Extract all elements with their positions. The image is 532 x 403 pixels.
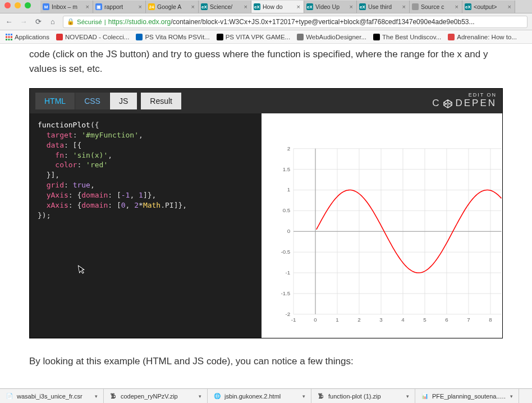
tab-label: Google A xyxy=(157,3,188,10)
address-bar[interactable]: 🔒 Sécurisé | https://studio.edx.org/cont… xyxy=(63,16,528,28)
svg-text:0: 0 xyxy=(314,317,317,323)
tab-close-icon[interactable]: × xyxy=(507,3,512,10)
close-window-icon[interactable] xyxy=(4,2,11,8)
svg-text:-1.5: -1.5 xyxy=(281,290,290,296)
codepen-tab-js[interactable]: JS xyxy=(110,93,137,109)
bookmark-item[interactable]: WebAudioDesigner... xyxy=(297,34,366,40)
browser-tab[interactable]: M Inbox – m × xyxy=(40,1,93,13)
browser-tab[interactable]: Source c × xyxy=(410,1,462,13)
svg-text:3: 3 xyxy=(379,317,382,323)
home-button[interactable]: ⌂ xyxy=(48,17,57,26)
browser-tab[interactable]: ▣ rapport × xyxy=(93,1,146,13)
tab-close-icon[interactable]: × xyxy=(348,3,354,10)
download-item[interactable]: 🗜 function-plot (1).zip ▾ xyxy=(311,389,415,403)
codepen-tabbar: HTML CSS JS Result EDIT ON C DEPEN xyxy=(30,89,502,113)
browser-tab[interactable]: 24 Google A × xyxy=(146,1,199,13)
svg-text:1: 1 xyxy=(287,186,290,193)
browser-tab[interactable]: eX How do × xyxy=(251,1,304,13)
browser-tab[interactable]: eX Use third × xyxy=(357,1,410,13)
file-icon: 📄 xyxy=(6,392,13,400)
svg-text:5: 5 xyxy=(423,317,426,323)
favicon-icon: eX xyxy=(465,3,471,10)
bookmarks-bar: ApplicationsNOVEDAD - Colecci...PS Vita … xyxy=(0,30,532,44)
chevron-down-icon[interactable]: ▾ xyxy=(406,393,409,399)
browser-tab-strip: M Inbox – m ×▣ rapport ×24 Google A ×eX … xyxy=(0,0,532,13)
lock-icon: 🔒 xyxy=(67,18,75,25)
bookmark-item[interactable]: PS Vita ROMs PSVit... xyxy=(136,34,209,40)
browser-tab[interactable]: eX <output> × xyxy=(462,1,515,13)
code-pane[interactable]: functionPlot({ target: '#myFunction', da… xyxy=(30,113,262,338)
svg-rect-3 xyxy=(6,36,7,38)
tab-close-icon[interactable]: × xyxy=(296,3,301,10)
url-text: https://studio.edx.org/container/block-v… xyxy=(108,18,475,26)
svg-text:7: 7 xyxy=(467,317,470,323)
favicon-icon: eX xyxy=(201,3,208,10)
tab-close-icon[interactable]: × xyxy=(243,3,249,10)
tab-close-icon[interactable]: × xyxy=(190,3,196,10)
svg-text:8: 8 xyxy=(489,317,492,323)
bookmark-item[interactable]: Applications xyxy=(6,34,49,40)
minimize-window-icon[interactable] xyxy=(15,2,21,8)
download-filename: jsbin.gukonex.2.html xyxy=(224,393,299,400)
browser-toolbar: ← → ⟳ ⌂ 🔒 Sécurisé | https://studio.edx.… xyxy=(0,13,532,30)
svg-rect-1 xyxy=(8,34,10,35)
bookmark-favicon-icon xyxy=(297,34,304,40)
download-item[interactable]: 📊 PFE_planning_soutena....xlsx ▾ xyxy=(415,389,519,403)
bookmark-item[interactable]: Adrenaline: How to... xyxy=(448,34,517,40)
svg-text:6: 6 xyxy=(445,317,448,323)
svg-rect-8 xyxy=(11,39,12,40)
favicon-icon: M xyxy=(43,3,49,10)
chevron-down-icon[interactable]: ▾ xyxy=(95,393,98,399)
svg-text:2: 2 xyxy=(287,145,290,151)
codepen-tab-css[interactable]: CSS xyxy=(75,93,109,109)
codepen-tab-result[interactable]: Result xyxy=(141,93,181,109)
tab-close-icon[interactable]: × xyxy=(454,3,460,10)
bookmark-item[interactable]: NOVEDAD - Colecci... xyxy=(56,34,129,40)
brand-depen: DEPEN xyxy=(455,98,497,109)
browser-tab[interactable]: eX Science/ × xyxy=(199,1,251,13)
tab-close-icon[interactable]: × xyxy=(137,3,143,10)
tab-label: How do xyxy=(263,3,293,10)
download-item[interactable]: 🗜 codepen_ryNPzV.zip ▾ xyxy=(104,389,208,403)
forward-button[interactable]: → xyxy=(19,17,28,26)
bookmark-label: WebAudioDesigner... xyxy=(306,34,366,40)
svg-text:-1: -1 xyxy=(291,317,296,323)
tab-label: rapport xyxy=(104,3,135,10)
bookmark-item[interactable]: The Best Undiscov... xyxy=(373,34,441,40)
bookmark-item[interactable]: PS VITA VPK GAME... xyxy=(217,34,290,40)
page-content: code (click on the JS button) and try to… xyxy=(0,44,532,388)
intro-paragraph: code (click on the JS button) and try to… xyxy=(29,47,503,77)
svg-text:-2: -2 xyxy=(285,310,290,317)
back-button[interactable]: ← xyxy=(4,17,13,26)
browser-tab[interactable]: eX Video Up × xyxy=(304,1,357,13)
download-item[interactable]: 📄 wasabi_i3s_unice_fr.csr ▾ xyxy=(0,389,104,403)
codepen-edit-link[interactable]: EDIT ON C DEPEN xyxy=(432,93,497,109)
svg-text:-0.5: -0.5 xyxy=(281,249,290,255)
favicon-icon: 24 xyxy=(148,3,155,10)
file-icon: 🗜 xyxy=(317,392,325,400)
reload-button[interactable]: ⟳ xyxy=(34,17,43,26)
chevron-down-icon[interactable]: ▾ xyxy=(510,393,513,399)
result-pane[interactable]: -2-1.5-1-0.500.511.52-1012345678 xyxy=(262,113,502,338)
codepen-tab-html[interactable]: HTML xyxy=(35,93,75,109)
svg-text:0: 0 xyxy=(287,228,290,234)
bookmark-favicon-icon xyxy=(217,34,223,40)
codepen-logo-icon xyxy=(443,99,453,109)
download-item[interactable]: 🌐 jsbin.gukonex.2.html ▾ xyxy=(208,389,311,403)
svg-rect-5 xyxy=(11,36,12,38)
window-controls xyxy=(4,2,31,8)
bookmark-label: PS Vita ROMs PSVit... xyxy=(145,34,209,40)
maximize-window-icon[interactable] xyxy=(25,2,31,8)
tab-close-icon[interactable]: × xyxy=(85,3,90,10)
chevron-down-icon[interactable]: ▾ xyxy=(302,393,305,399)
svg-rect-4 xyxy=(8,36,10,38)
function-plot-chart[interactable]: -2-1.5-1-0.500.511.52-1012345678 xyxy=(273,144,502,329)
tab-label: Science/ xyxy=(210,3,241,10)
svg-text:1.5: 1.5 xyxy=(282,166,290,172)
bookmark-label: PS VITA VPK GAME... xyxy=(226,34,290,40)
divider: | xyxy=(104,19,106,25)
chevron-down-icon[interactable]: ▾ xyxy=(199,393,201,399)
tab-close-icon[interactable]: × xyxy=(401,3,407,10)
svg-rect-7 xyxy=(8,39,10,40)
svg-rect-6 xyxy=(6,39,7,40)
